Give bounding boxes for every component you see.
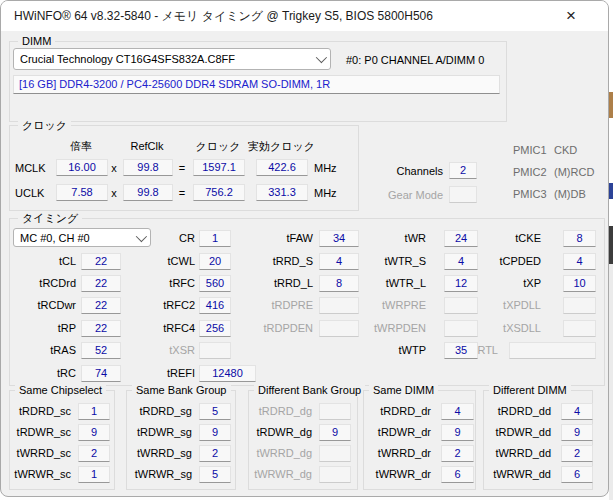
timing-trp-label: tRP — [9, 321, 76, 335]
timing-trdpre-value — [319, 297, 359, 314]
dimm-module-select[interactable]: Crucial Technology CT16G4SFS832A.C8FF — [13, 48, 331, 70]
timing-trrd-l-value: 8 — [319, 275, 359, 292]
twrwr-sc-value: 1 — [78, 466, 110, 483]
twrrd-dg-value — [319, 445, 351, 462]
timing-trrd-s-value: 4 — [319, 253, 359, 270]
mclk-effective-value: 422.6 — [256, 159, 308, 176]
timing-channel-select-value: MC #0, CH #0 — [20, 232, 136, 244]
timing-trrd-l-label: tRRD_L — [249, 276, 313, 290]
uclk-clock-value: 756.2 — [193, 184, 245, 201]
twrrd-sc-label: tWRRD_sc — [13, 446, 71, 460]
trdrd-sg-value: 5 — [199, 403, 231, 420]
uclk-mul-sign: x — [109, 186, 119, 200]
pmic3-label: PMIC3 — [513, 187, 553, 201]
timing-tcwl-value: 20 — [199, 253, 231, 270]
timing-trefi-label: tREFI — [131, 366, 195, 380]
chevron-down-icon — [316, 52, 327, 63]
pmic1-value: CKD — [554, 143, 606, 157]
timing-trdpden-label: tRDPDEN — [249, 321, 313, 335]
timing-tras-value: 52 — [81, 342, 121, 359]
pmic2-label: PMIC2 — [513, 165, 553, 179]
trdrd-dr-label: tRDRD_dr — [367, 404, 431, 418]
timing-twrpden-label: tWRPDEN — [362, 321, 426, 335]
timing-trefi-value: 12480 — [199, 365, 256, 382]
trdrd-dd-value: 4 — [561, 403, 593, 420]
timing-tcpded-value: 4 — [563, 253, 596, 270]
mclk-refclk-value: 99.8 — [123, 159, 173, 176]
timing-rtl-label: RTL — [462, 343, 498, 357]
close-icon[interactable]: × — [552, 1, 590, 30]
timing-trc-value: 74 — [81, 365, 121, 382]
timing-twrpden-value — [444, 320, 478, 337]
trdwr-dd-value: 9 — [561, 424, 593, 441]
trdwr-dd-label: tRDWR_dd — [487, 425, 551, 439]
twrwr-dg-value — [319, 466, 351, 483]
timing-tcpded-label: tCPDED — [477, 254, 541, 268]
timing-trcdwr-label: tRCDwr — [9, 298, 76, 312]
dimm-module-select-value: Crucial Technology CT16G4SFS832A.C8FF — [20, 53, 316, 65]
timing-tcke-value: 8 — [563, 230, 596, 247]
same-bank-group-title: Same Bank Group — [132, 383, 231, 397]
timing-tcl-value: 22 — [81, 253, 121, 270]
timing-twtr-s-value: 4 — [444, 253, 478, 270]
channels-value: 2 — [449, 162, 477, 179]
timing-trfc-value: 560 — [199, 275, 231, 292]
timing-twtr-l-label: tWTR_L — [362, 276, 426, 290]
trdrd-dr-value: 4 — [441, 403, 474, 420]
timing-group-label: タイミング — [18, 211, 82, 225]
timing-txsdll-label: tXSDLL — [477, 321, 541, 335]
trdrd-sc-label: tRDRD_sc — [13, 404, 71, 418]
timing-txsr-label: tXSR — [131, 343, 195, 357]
timing-tcke-label: tCKE — [477, 231, 541, 245]
titlebar: HWiNFO® 64 v8.32-5840 - メモリ タイミング @ Trig… — [1, 1, 608, 31]
mclk-unit: MHz — [314, 161, 344, 175]
trdrd-sc-value: 1 — [78, 403, 110, 420]
uclk-refclk-value: 99.8 — [123, 184, 173, 201]
trdwr-dg-value: 9 — [319, 424, 351, 441]
trdrd-sg-label: tRDRD_sg — [130, 404, 192, 418]
trdwr-sg-label: tRDWR_sg — [130, 425, 192, 439]
twrwr-dd-value: 6 — [561, 466, 593, 483]
twrrd-sg-label: tWRRD_sg — [130, 446, 192, 460]
trdwr-sc-label: tRDWR_sc — [13, 425, 71, 439]
channels-label: Channels — [371, 164, 443, 178]
uclk-eq-sign: = — [177, 186, 187, 200]
trdwr-sc-value: 9 — [78, 424, 110, 441]
twrrd-dg-label: tWRRD_dg — [252, 446, 312, 460]
twrrd-sc-value: 2 — [78, 445, 110, 462]
gear-mode-label: Gear Mode — [371, 188, 443, 202]
timing-tfaw-label: tFAW — [249, 231, 313, 245]
timing-trfc2-value: 416 — [199, 297, 231, 314]
timing-txsr-value — [199, 342, 231, 359]
timing-tcl-label: tCL — [9, 254, 76, 268]
mclk-ratio-value: 16.00 — [56, 159, 108, 176]
same-chipselect-title: Same Chipselect — [15, 383, 106, 397]
timing-twtr-s-label: tWTR_S — [362, 254, 426, 268]
timing-trp-value: 22 — [81, 320, 121, 337]
trdrd-dd-label: tRDRD_dd — [487, 404, 551, 418]
trdrd-dg-value — [319, 403, 351, 420]
gear-mode-value — [449, 186, 477, 203]
timing-tfaw-value: 34 — [319, 230, 359, 247]
screenshot: HWiNFO® 64 v8.32-5840 - メモリ タイミング @ Trig… — [0, 0, 613, 500]
timing-trcdwr-value: 22 — [81, 297, 121, 314]
uclk-ratio-value: 7.58 — [56, 184, 108, 201]
timing-twtr-l-value: 12 — [444, 275, 478, 292]
timing-txp-value: 10 — [563, 275, 596, 292]
twrwr-dd-label: tWRWR_dd — [487, 467, 551, 481]
trdwr-dr-value: 9 — [441, 424, 474, 441]
ratio-header: 倍率 — [51, 139, 111, 153]
uclk-unit: MHz — [314, 186, 344, 200]
timing-txpdll-value — [563, 297, 596, 314]
timing-cr-label: CR — [131, 231, 195, 245]
refclk-header: RefClk — [117, 139, 177, 153]
timing-tras-label: tRAS — [9, 343, 76, 357]
timing-trdpre-label: tRDPRE — [249, 298, 313, 312]
trdrd-dg-label: tRDRD_dg — [252, 404, 312, 418]
timing-cr-value: 1 — [199, 230, 231, 247]
same-dimm-title: Same DIMM — [369, 383, 438, 397]
pmic2-value: (M)RCD — [554, 165, 606, 179]
timing-trfc-label: tRFC — [131, 276, 195, 290]
clock-group-label: クロック — [18, 118, 71, 132]
twrrd-dr-value: 2 — [441, 445, 474, 462]
